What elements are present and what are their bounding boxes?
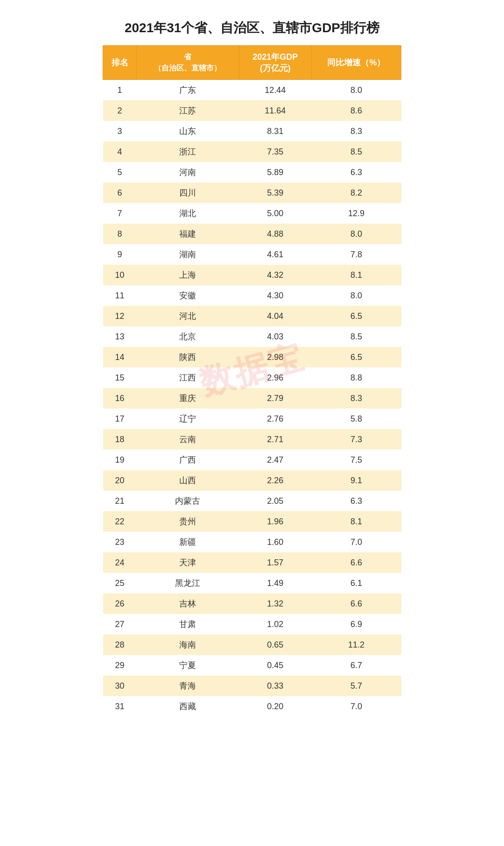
cell-province: 甘肃 (137, 614, 239, 634)
cell-growth: 6.6 (311, 552, 401, 573)
cell-rank: 25 (103, 573, 137, 593)
table-header-row: 排名 省（自治区、直辖市） 2021年GDP(万亿元) 同比增速（%） (103, 46, 401, 80)
cell-gdp: 2.96 (239, 367, 311, 388)
cell-province: 上海 (137, 265, 239, 285)
cell-gdp: 1.32 (239, 593, 311, 614)
table-row: 26吉林1.326.6 (103, 593, 401, 614)
cell-gdp: 2.47 (239, 450, 311, 470)
cell-growth: 7.8 (311, 244, 401, 265)
cell-gdp: 2.26 (239, 470, 311, 491)
cell-gdp: 1.02 (239, 614, 311, 634)
cell-rank: 27 (103, 614, 137, 634)
cell-gdp: 1.96 (239, 511, 311, 532)
cell-gdp: 0.20 (239, 696, 311, 717)
cell-growth: 8.8 (311, 367, 401, 388)
col-rank: 排名 (103, 46, 137, 80)
cell-rank: 9 (103, 244, 137, 265)
cell-province: 贵州 (137, 511, 239, 532)
cell-growth: 8.0 (311, 285, 401, 306)
cell-gdp: 8.31 (239, 121, 311, 141)
cell-province: 湖南 (137, 244, 239, 265)
cell-province: 云南 (137, 429, 239, 450)
cell-rank: 14 (103, 347, 137, 367)
table-row: 15江西2.968.8 (103, 367, 401, 388)
cell-growth: 6.5 (311, 306, 401, 326)
cell-province: 海南 (137, 634, 239, 655)
cell-gdp: 1.60 (239, 532, 311, 552)
cell-growth: 8.1 (311, 265, 401, 285)
cell-rank: 2 (103, 100, 137, 121)
cell-province: 内蒙古 (137, 491, 239, 511)
cell-growth: 12.9 (311, 203, 401, 224)
cell-gdp: 0.45 (239, 655, 311, 676)
cell-rank: 23 (103, 532, 137, 552)
table-row: 17辽宁2.765.8 (103, 409, 401, 429)
table-row: 7湖北5.0012.9 (103, 203, 401, 224)
cell-province: 江西 (137, 367, 239, 388)
cell-growth: 6.7 (311, 655, 401, 676)
cell-growth: 7.3 (311, 429, 401, 450)
table-row: 10上海4.328.1 (103, 265, 401, 285)
cell-province: 重庆 (137, 388, 239, 409)
table-row: 11安徽4.308.0 (103, 285, 401, 306)
cell-gdp: 1.57 (239, 552, 311, 573)
cell-gdp: 0.33 (239, 676, 311, 696)
table-row: 1广东12.448.0 (103, 80, 401, 101)
table-row: 19广西2.477.5 (103, 450, 401, 470)
cell-province: 西藏 (137, 696, 239, 717)
cell-gdp: 2.98 (239, 347, 311, 367)
cell-province: 江苏 (137, 100, 239, 121)
cell-gdp: 4.32 (239, 265, 311, 285)
cell-gdp: 5.00 (239, 203, 311, 224)
cell-growth: 8.0 (311, 224, 401, 244)
cell-growth: 8.6 (311, 100, 401, 121)
cell-rank: 1 (103, 80, 137, 101)
cell-rank: 29 (103, 655, 137, 676)
table-row: 5河南5.896.3 (103, 162, 401, 183)
cell-rank: 22 (103, 511, 137, 532)
cell-gdp: 12.44 (239, 80, 311, 101)
cell-gdp: 4.04 (239, 306, 311, 326)
cell-rank: 19 (103, 450, 137, 470)
cell-growth: 6.3 (311, 162, 401, 183)
table-row: 28海南0.6511.2 (103, 634, 401, 655)
cell-rank: 11 (103, 285, 137, 306)
cell-gdp: 4.61 (239, 244, 311, 265)
cell-province: 山西 (137, 470, 239, 491)
cell-growth: 8.5 (311, 141, 401, 162)
table-row: 20山西2.269.1 (103, 470, 401, 491)
cell-rank: 7 (103, 203, 137, 224)
cell-growth: 8.2 (311, 183, 401, 203)
cell-rank: 17 (103, 409, 137, 429)
cell-growth: 7.5 (311, 450, 401, 470)
cell-province: 山东 (137, 121, 239, 141)
cell-rank: 8 (103, 224, 137, 244)
page-title: 2021年31个省、自治区、直辖市GDP排行榜 (103, 19, 401, 37)
table-row: 9湖南4.617.8 (103, 244, 401, 265)
cell-gdp: 4.03 (239, 326, 311, 347)
cell-rank: 12 (103, 306, 137, 326)
cell-rank: 13 (103, 326, 137, 347)
cell-gdp: 5.89 (239, 162, 311, 183)
cell-rank: 21 (103, 491, 137, 511)
cell-growth: 8.0 (311, 80, 401, 101)
cell-rank: 26 (103, 593, 137, 614)
cell-gdp: 0.65 (239, 634, 311, 655)
table-row: 25黑龙江1.496.1 (103, 573, 401, 593)
cell-growth: 5.7 (311, 676, 401, 696)
cell-rank: 10 (103, 265, 137, 285)
cell-province: 河北 (137, 306, 239, 326)
cell-rank: 24 (103, 552, 137, 573)
cell-gdp: 2.71 (239, 429, 311, 450)
cell-rank: 15 (103, 367, 137, 388)
cell-gdp: 2.79 (239, 388, 311, 409)
cell-province: 吉林 (137, 593, 239, 614)
cell-rank: 30 (103, 676, 137, 696)
cell-gdp: 4.88 (239, 224, 311, 244)
table-row: 6四川5.398.2 (103, 183, 401, 203)
cell-growth: 7.0 (311, 532, 401, 552)
cell-province: 湖北 (137, 203, 239, 224)
cell-province: 安徽 (137, 285, 239, 306)
cell-gdp: 2.76 (239, 409, 311, 429)
table-row: 14陕西2.986.5 (103, 347, 401, 367)
